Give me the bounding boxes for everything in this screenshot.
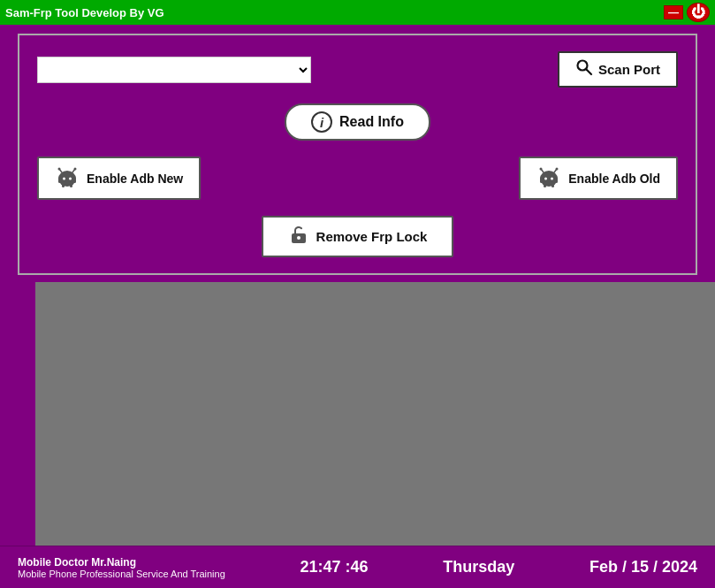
svg-point-12 — [74, 168, 77, 171]
author-desc: Mobile Phone Professional Service And Tr… — [18, 569, 225, 579]
status-date: Feb / 15 / 2024 — [589, 558, 697, 577]
enable-adb-new-label: Enable Adb New — [87, 172, 183, 186]
svg-rect-17 — [551, 184, 554, 187]
svg-point-7 — [63, 178, 65, 180]
enable-adb-new-button[interactable]: Enable Adb New — [37, 157, 201, 200]
port-select[interactable] — [37, 57, 311, 83]
read-info-label: Read Info — [339, 114, 404, 130]
svg-point-18 — [544, 178, 547, 180]
read-info-button[interactable]: i Read Info — [285, 103, 430, 141]
close-icon: ⏻ — [691, 4, 705, 20]
svg-point-23 — [556, 168, 559, 171]
android-old-icon — [536, 164, 561, 192]
svg-point-19 — [551, 178, 553, 180]
svg-rect-6 — [70, 184, 72, 187]
lock-icon — [288, 224, 309, 249]
scan-port-label: Scan Port — [598, 62, 660, 77]
title-bar-text: Sam-Frp Tool Develop By VG — [5, 6, 164, 19]
svg-rect-3 — [58, 177, 61, 183]
svg-point-22 — [540, 168, 543, 171]
status-time: 21:47 :46 — [300, 558, 368, 577]
main-content: Scan Port i Read Info — [0, 25, 715, 588]
svg-line-1 — [586, 70, 591, 75]
android-new-icon — [55, 164, 80, 192]
svg-point-11 — [58, 168, 61, 171]
read-info-row: i Read Info — [37, 103, 678, 141]
remove-frp-label: Remove Frp Lock — [316, 229, 428, 244]
status-day: Thursday — [443, 558, 514, 577]
title-bar: Sam-Frp Tool Develop By VG — ⏻ — [0, 0, 715, 25]
title-bar-buttons: — ⏻ — [664, 3, 710, 22]
search-icon — [575, 58, 593, 80]
svg-point-25 — [297, 236, 300, 240]
author-name: Mobile Doctor Mr.Naing — [18, 556, 136, 569]
enable-adb-old-label: Enable Adb Old — [568, 172, 660, 186]
status-bar: Mobile Doctor Mr.Naing Mobile Phone Prof… — [0, 546, 715, 588]
enable-adb-old-button[interactable]: Enable Adb Old — [519, 157, 678, 200]
svg-rect-16 — [544, 184, 546, 187]
remove-frp-button[interactable]: Remove Frp Lock — [262, 216, 454, 257]
frp-row: Remove Frp Lock — [37, 216, 678, 257]
log-area — [35, 282, 715, 588]
minimize-button[interactable]: — — [664, 5, 683, 19]
svg-rect-5 — [62, 184, 65, 187]
control-panel: Scan Port i Read Info — [18, 34, 697, 275]
minimize-icon: — — [668, 6, 679, 19]
adb-row: Enable Adb New — [37, 157, 678, 200]
info-icon: i — [311, 111, 332, 133]
svg-rect-15 — [555, 177, 558, 183]
svg-rect-14 — [540, 177, 543, 183]
svg-point-8 — [69, 178, 72, 180]
port-row: Scan Port — [37, 51, 678, 88]
scan-port-button[interactable]: Scan Port — [558, 51, 678, 88]
close-button[interactable]: ⏻ — [687, 3, 710, 22]
svg-rect-4 — [73, 177, 76, 183]
status-author: Mobile Doctor Mr.Naing Mobile Phone Prof… — [18, 556, 225, 579]
